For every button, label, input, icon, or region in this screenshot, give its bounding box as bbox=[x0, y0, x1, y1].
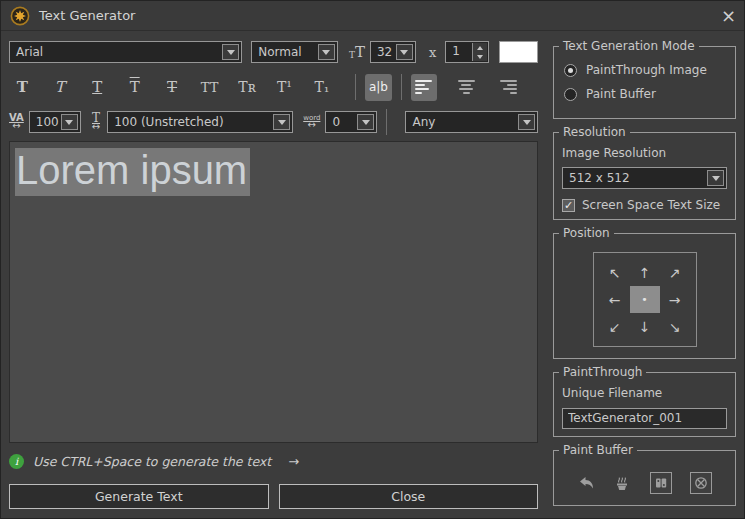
stepper-up-icon[interactable] bbox=[473, 43, 487, 52]
position-bottom-left-button[interactable]: ↙ bbox=[600, 313, 630, 340]
multiplier-stepper[interactable]: 1 bbox=[445, 41, 488, 63]
window-title: Text Generator bbox=[39, 8, 135, 23]
position-right-button[interactable]: → bbox=[660, 286, 690, 313]
text-generation-mode-group: Text Generation Mode PaintThrough Image … bbox=[553, 46, 736, 119]
font-style-value: Normal bbox=[252, 45, 318, 59]
image-resolution-dropdown[interactable]: 512 x 512 bbox=[562, 167, 727, 189]
letter-spacing-dropdown[interactable]: 100 bbox=[29, 111, 81, 133]
toolbar-separator bbox=[401, 74, 402, 100]
word-spacing-dropdown[interactable]: 0 bbox=[325, 111, 377, 133]
bold-button[interactable]: T bbox=[9, 74, 35, 101]
underline-button[interactable]: T bbox=[84, 74, 110, 101]
align-right-button[interactable] bbox=[496, 74, 522, 101]
stretch-value: 100 (Unstretched) bbox=[108, 115, 273, 129]
multiplier-label: x bbox=[429, 45, 436, 60]
position-top-right-button[interactable]: ↗ bbox=[660, 259, 690, 286]
paint-buffer-group: Paint Buffer bbox=[553, 450, 736, 506]
font-size-icon: TT bbox=[349, 45, 365, 60]
stretch-dropdown[interactable]: 100 (Unstretched) bbox=[107, 111, 293, 133]
close-icon[interactable]: × bbox=[710, 7, 736, 25]
text-color-swatch[interactable] bbox=[499, 41, 538, 63]
radio-selected-icon bbox=[564, 64, 577, 77]
position-top-left-button[interactable]: ↖ bbox=[600, 259, 630, 286]
text-generator-window: Text Generator × Arial Normal TT 32 bbox=[0, 0, 745, 519]
format-toolbar: T T T T T TT Tʀ T¹ T₁ a|b bbox=[9, 72, 538, 102]
align-left-button[interactable] bbox=[411, 74, 437, 101]
stepper-down-icon[interactable] bbox=[473, 52, 487, 61]
subscript-button[interactable]: T₁ bbox=[309, 74, 335, 101]
align-center-icon bbox=[458, 80, 475, 94]
apply-buffer-icon[interactable] bbox=[650, 472, 672, 494]
position-group: Position ↖ ↑ ↗ ← • → ↙ ↓ ↘ bbox=[553, 233, 736, 359]
font-filter-dropdown[interactable]: Any bbox=[405, 111, 538, 133]
editor-selected-text: Lorem ipsum bbox=[15, 148, 250, 196]
overline-button[interactable]: T bbox=[121, 74, 147, 101]
uppercase-button[interactable]: TT bbox=[196, 74, 222, 101]
right-arrow-icon: → bbox=[288, 454, 299, 469]
undo-icon[interactable] bbox=[577, 474, 595, 492]
dropdown-arrow-icon bbox=[518, 114, 535, 130]
multiplier-value: 1 bbox=[446, 42, 470, 62]
paint-buffer-radio[interactable]: Paint Buffer bbox=[564, 87, 727, 101]
strikethrough-button[interactable]: T bbox=[159, 74, 185, 101]
font-toolbar: Arial Normal TT 32 x 1 bbox=[9, 41, 538, 63]
small-caps-button[interactable]: Tʀ bbox=[234, 74, 260, 101]
font-size-value: 32 bbox=[371, 45, 396, 59]
radio-icon bbox=[564, 88, 577, 101]
text-editor[interactable]: Lorem ipsum bbox=[9, 141, 538, 443]
unique-filename-label: Unique Filename bbox=[562, 386, 727, 400]
group-title: Position bbox=[559, 226, 614, 240]
resolution-group: Resolution Image Resolution 512 x 512 ✓ … bbox=[553, 132, 736, 220]
kerning-button[interactable]: a|b bbox=[365, 74, 391, 101]
generate-text-button[interactable]: Generate Text bbox=[9, 484, 269, 509]
toolbar-separator bbox=[386, 109, 387, 135]
image-resolution-label: Image Resolution bbox=[562, 146, 727, 160]
titlebar: Text Generator × bbox=[1, 1, 744, 31]
superscript-button[interactable]: T¹ bbox=[271, 74, 297, 101]
settings-panel: Text Generation Mode PaintThrough Image … bbox=[546, 31, 744, 518]
spacing-toolbar: VA ↔ 100 T ↔ 100 (Unstretched) word bbox=[9, 110, 538, 134]
hint-text: Use CTRL+Space to generate the text bbox=[33, 454, 271, 469]
dropdown-arrow-icon bbox=[273, 114, 290, 130]
app-icon bbox=[10, 6, 30, 26]
footer-bar: Generate Text Close bbox=[9, 484, 538, 509]
letter-spacing-icon: VA ↔ bbox=[9, 113, 24, 131]
hint-bar: i Use CTRL+Space to generate the text → bbox=[9, 447, 538, 475]
paintthrough-group: PaintThrough Unique Filename bbox=[553, 372, 736, 437]
align-left-icon bbox=[415, 80, 432, 94]
dropdown-arrow-icon bbox=[318, 44, 335, 60]
checkbox-checked-icon: ✓ bbox=[562, 199, 575, 212]
clear-buffer-icon[interactable] bbox=[690, 472, 712, 494]
position-top-button[interactable]: ↑ bbox=[630, 259, 660, 286]
editor-panel: Arial Normal TT 32 x 1 bbox=[1, 31, 546, 518]
italic-button[interactable]: T bbox=[46, 74, 72, 101]
group-title: Text Generation Mode bbox=[559, 39, 699, 53]
position-bottom-button[interactable]: ↓ bbox=[630, 313, 660, 340]
position-bottom-right-button[interactable]: ↘ bbox=[660, 313, 690, 340]
dropdown-arrow-icon bbox=[357, 114, 374, 130]
font-style-dropdown[interactable]: Normal bbox=[251, 41, 338, 63]
position-pad: ↖ ↑ ↗ ← • → ↙ ↓ ↘ bbox=[593, 252, 697, 347]
word-spacing-icon: word ↔ bbox=[303, 115, 320, 130]
bake-icon[interactable] bbox=[613, 474, 631, 492]
font-family-value: Arial bbox=[10, 45, 222, 59]
font-family-dropdown[interactable]: Arial bbox=[9, 41, 242, 63]
word-spacing-value: 0 bbox=[326, 115, 357, 129]
toolbar-separator bbox=[355, 74, 356, 100]
position-left-button[interactable]: ← bbox=[600, 286, 630, 313]
screen-space-text-size-checkbox[interactable]: ✓ Screen Space Text Size bbox=[562, 198, 727, 212]
paintthrough-image-radio[interactable]: PaintThrough Image bbox=[564, 63, 727, 77]
info-icon: i bbox=[9, 454, 24, 469]
dropdown-arrow-icon bbox=[396, 44, 413, 60]
align-center-button[interactable] bbox=[453, 74, 479, 101]
unique-filename-input[interactable] bbox=[562, 408, 727, 429]
font-size-dropdown[interactable]: 32 bbox=[370, 41, 416, 63]
letter-spacing-value: 100 bbox=[30, 115, 61, 129]
font-filter-value: Any bbox=[406, 115, 518, 129]
close-button[interactable]: Close bbox=[279, 484, 539, 509]
position-center-button[interactable]: • bbox=[630, 286, 660, 313]
group-title: PaintThrough bbox=[559, 365, 646, 379]
group-title: Resolution bbox=[559, 125, 630, 139]
stretch-icon: T ↔ bbox=[92, 112, 100, 132]
align-right-icon bbox=[500, 80, 517, 94]
